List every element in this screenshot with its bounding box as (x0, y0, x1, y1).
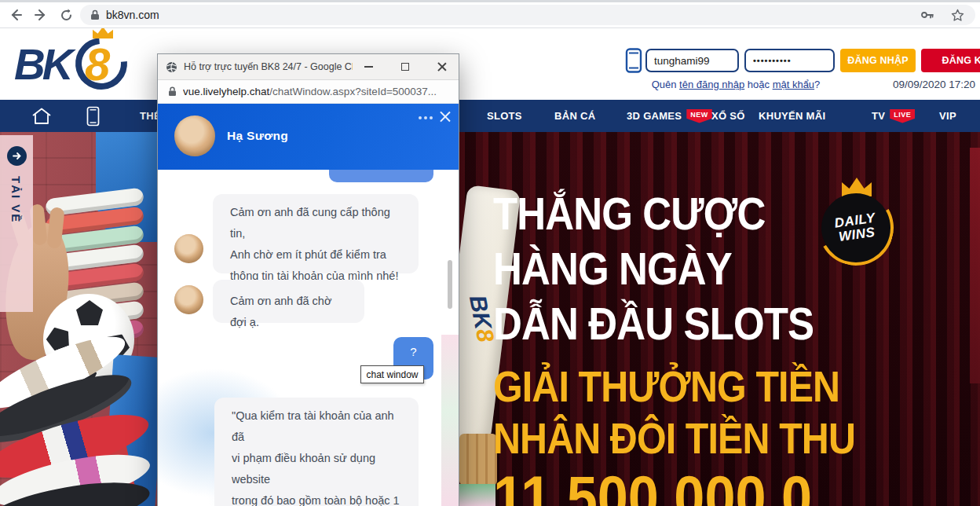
screen: bk8vn.com BK 8 ĐĂNG NHẬP ĐĂNG KÝ Quên tê… (0, 0, 980, 506)
curtain-edge (970, 148, 980, 383)
url-text: bk8vn.com (106, 9, 159, 21)
promo-panel: BK8 THẮNG CƯỢC HÀNG NGÀY DẪN ĐẦU SLOTS G… (459, 132, 980, 506)
promo-amount: 11.500.000.0 (493, 462, 812, 506)
home-icon (33, 108, 50, 123)
agent-avatar (174, 116, 215, 156)
login-button[interactable]: ĐĂNG NHẬP (840, 49, 916, 72)
popup-url-host: vue.livelyhelp.chat (183, 86, 269, 97)
agent-message-avatar (174, 285, 203, 314)
nav-item-fishing[interactable]: BẢN CÁ (554, 100, 595, 132)
promo-title-line1: THẮNG CƯỢC (493, 187, 765, 240)
register-button[interactable]: ĐĂNG KÝ (921, 49, 980, 72)
forgot-mid: hoặc (744, 79, 772, 90)
agent-message: Cảm ơn anh đã cung cấp thông tin, Anh ch… (213, 194, 419, 273)
hero-banner: TẢI VỀ BK8 THẮNG CƯỢC HÀNG NGÀY DẪN ĐẦU … (0, 132, 980, 506)
chat-menu-button[interactable] (419, 116, 433, 119)
nav-item-3d-games[interactable]: 3D GAMESNEW (627, 100, 712, 132)
nav-label: BẢN CÁ (554, 110, 595, 122)
popup-lock-icon (168, 86, 177, 97)
promo-highlight-line1: GIẢI THƯỞNG TIỀN (493, 361, 839, 412)
promo-highlight-line2: NHÂN ĐÔI TIỀN THU (493, 413, 855, 464)
paper-logo-bk: BK (465, 293, 497, 332)
download-tab[interactable]: TẢI VỀ (0, 135, 33, 312)
agent-message-long: "Qua kiểm tra tài khoản của anh đã vi ph… (214, 398, 419, 506)
nav-mobile-button[interactable] (86, 100, 100, 132)
popup-titlebar[interactable]: Hỗ trợ trực tuyến BK8 24/7 - Google Chr.… (158, 54, 459, 80)
username-input[interactable] (645, 49, 739, 72)
chat-message-area: Cảm ơn anh đã cung cấp thông tin, Anh ch… (158, 170, 459, 506)
chat-popup-window: Hỗ trợ trực tuyến BK8 24/7 - Google Chr.… (157, 53, 459, 506)
nav-home-button[interactable] (31, 100, 52, 132)
logo-crown-icon (93, 27, 113, 38)
nav-label: 3D GAMES (627, 110, 682, 122)
popup-minimize-button[interactable] (353, 54, 384, 79)
nav-label: VIP (939, 110, 956, 122)
agent-name: Hạ Sương (227, 129, 288, 143)
popup-close-button[interactable] (426, 54, 458, 79)
forgot-username-link[interactable]: tên đăng nhập (679, 79, 744, 90)
popup-title: Hỗ trợ trực tuyến BK8 24/7 - Google Chr.… (184, 61, 353, 72)
browser-toolbar: bk8vn.com (0, 0, 980, 28)
popup-url-text: vue.livelyhelp.chat/chatWindow.aspx?site… (183, 86, 437, 97)
forward-button[interactable] (31, 6, 50, 24)
agent-message-avatar (174, 234, 203, 263)
daily-wins-badge: DAILY WINS (812, 178, 903, 269)
password-input[interactable] (744, 49, 835, 72)
logo-text-bk: BK (14, 39, 70, 90)
user-message-partial (329, 170, 433, 182)
key-icon[interactable] (920, 9, 934, 21)
lock-icon (90, 9, 100, 20)
agent-message: Cảm ơn anh đã chờ đợi ạ. (213, 280, 364, 323)
nav-item-promotions[interactable]: KHUYẾN MÃI (759, 100, 825, 132)
window-top-strip (0, 0, 980, 2)
chat-header: Hạ Sương (158, 104, 459, 170)
forgot-password-link[interactable]: mật khẩu (773, 79, 814, 90)
bk8-logo[interactable]: BK 8 (14, 33, 132, 96)
main-navigation: THỂ SLOTS BẢN CÁ 3D GAMESNEW XỔ SỐ KHUYẾ… (0, 100, 980, 132)
nav-label: SLOTS (487, 110, 522, 122)
live-badge: LIVE (890, 109, 915, 123)
green-felt (459, 484, 495, 506)
popup-url-bar[interactable]: vue.livelyhelp.chat/chatWindow.aspx?site… (158, 80, 459, 104)
forgot-prefix: Quên (652, 79, 679, 90)
nav-item-tv[interactable]: TVLIVE (872, 100, 915, 132)
nav-item-slots[interactable]: SLOTS (487, 100, 522, 132)
mobile-phone-icon (625, 48, 642, 73)
site-header: BK 8 ĐĂNG NHẬP ĐĂNG KÝ Quên tên đăng nhậ… (0, 28, 980, 100)
globe-favicon (166, 61, 177, 73)
back-button[interactable] (6, 6, 25, 24)
forgot-suffix: ? (814, 79, 820, 90)
forgot-credentials-line: Quên tên đăng nhập hoặc mật khẩu? (645, 79, 826, 90)
download-tab-label: TẢI VỀ (9, 176, 23, 223)
nav-item-vip[interactable]: VIP (939, 100, 956, 132)
pastel-edge (441, 335, 459, 506)
chat-window-tooltip: chat window (360, 365, 424, 383)
nav-item-lottery[interactable]: XỔ SỐ (711, 100, 745, 132)
popup-url-path: /chatWindow.aspx?siteId=500037... (269, 86, 437, 97)
bookmark-star-icon[interactable] (951, 9, 964, 22)
promo-title-line2: HÀNG NGÀY (493, 242, 732, 295)
address-bar[interactable]: bk8vn.com (80, 5, 975, 25)
chat-close-button[interactable] (439, 110, 452, 123)
tan-chip-stack (459, 434, 497, 486)
nav-label: XỔ SỐ (711, 110, 745, 122)
promo-title-line3: DẪN ĐẦU SLOTS (493, 297, 814, 350)
reload-button[interactable] (57, 6, 75, 24)
nav-label: TV (872, 110, 885, 122)
popup-maximize-button[interactable] (389, 54, 421, 79)
logo-text-8: 8 (85, 38, 110, 90)
datetime-display: 09/09/2020 17:20 (862, 79, 975, 90)
chat-scrollbar-thumb[interactable] (448, 260, 452, 309)
nav-label: KHUYẾN MÃI (759, 110, 825, 122)
badge-text-wins: WINS (838, 226, 876, 244)
arrow-right-icon (7, 146, 27, 166)
new-badge: NEW (686, 109, 712, 123)
